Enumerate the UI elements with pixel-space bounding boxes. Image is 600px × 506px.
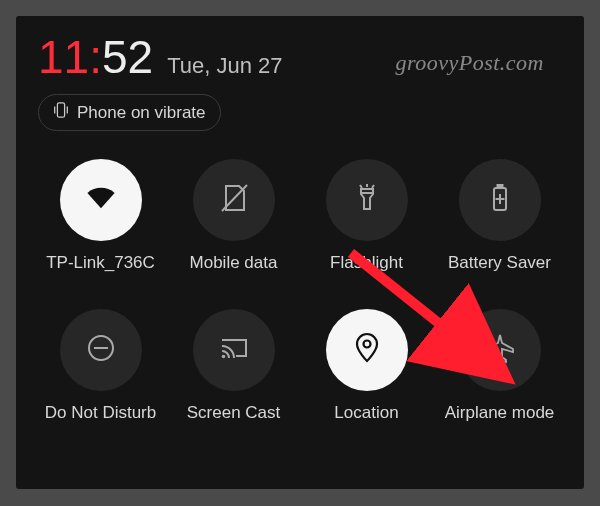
- wifi-label: TP-Link_736C: [46, 253, 155, 273]
- battery-label: Battery Saver: [448, 253, 551, 273]
- airplane-toggle[interactable]: [459, 309, 541, 391]
- vibrate-chip[interactable]: Phone on vibrate: [38, 94, 221, 131]
- flashlight-toggle[interactable]: [326, 159, 408, 241]
- battery-toggle[interactable]: [459, 159, 541, 241]
- svg-rect-7: [497, 185, 502, 188]
- tile-cast: Screen Cast: [171, 309, 296, 423]
- svg-point-12: [221, 355, 225, 359]
- flashlight-icon: [350, 181, 384, 219]
- tile-airplane: Airplane mode: [437, 309, 562, 423]
- vibrate-label: Phone on vibrate: [77, 103, 206, 123]
- svg-line-4: [360, 185, 362, 188]
- cast-toggle[interactable]: [193, 309, 275, 391]
- dnd-icon: [84, 331, 118, 369]
- tile-location: Location: [304, 309, 429, 423]
- svg-point-13: [363, 341, 370, 348]
- date: Tue, Jun 27: [167, 53, 282, 79]
- location-pin-icon: [350, 331, 384, 369]
- clock-minutes: 52: [102, 31, 153, 83]
- location-toggle[interactable]: [326, 309, 408, 391]
- sim-off-icon: [217, 181, 251, 219]
- dnd-label: Do Not Disturb: [45, 403, 156, 423]
- tile-flashlight: Flashlight: [304, 159, 429, 273]
- location-label: Location: [334, 403, 398, 423]
- battery-plus-icon: [483, 181, 517, 219]
- flashlight-label: Flashlight: [330, 253, 403, 273]
- quick-settings-grid: TP-Link_736C Mobile data: [38, 159, 562, 423]
- mobiledata-label: Mobile data: [190, 253, 278, 273]
- clock: 11:52: [38, 34, 153, 80]
- mobiledata-toggle[interactable]: [193, 159, 275, 241]
- tile-battery: Battery Saver: [437, 159, 562, 273]
- watermark: groovyPost.com: [395, 50, 544, 76]
- cast-icon: [217, 331, 251, 369]
- dnd-toggle[interactable]: [60, 309, 142, 391]
- wifi-toggle[interactable]: [60, 159, 142, 241]
- tile-mobiledata: Mobile data: [171, 159, 296, 273]
- svg-rect-0: [57, 103, 64, 117]
- wifi-icon: [84, 181, 118, 219]
- clock-hours: 11: [38, 31, 89, 83]
- vibrate-icon: [53, 101, 69, 124]
- notification-shade: groovyPost.com 11:52 Tue, Jun 27 Phone o…: [16, 16, 584, 489]
- cast-label: Screen Cast: [187, 403, 281, 423]
- clock-colon: :: [89, 31, 102, 83]
- tile-wifi: TP-Link_736C: [38, 159, 163, 273]
- tile-dnd: Do Not Disturb: [38, 309, 163, 423]
- airplane-icon: [483, 331, 517, 369]
- svg-line-5: [372, 185, 374, 188]
- airplane-label: Airplane mode: [445, 403, 555, 423]
